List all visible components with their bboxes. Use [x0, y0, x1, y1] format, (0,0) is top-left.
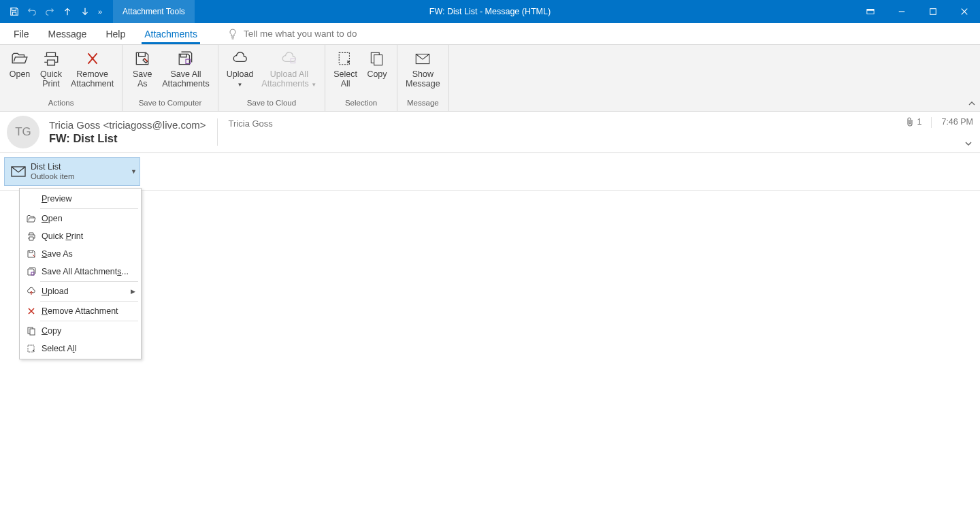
cloud-all-icon — [280, 51, 298, 66]
tab-file[interactable]: File — [4, 23, 39, 45]
select-all-icon — [337, 51, 355, 66]
copy-icon — [27, 326, 36, 336]
minimize-button[interactable] — [886, 0, 917, 23]
arrow-down-icon — [80, 7, 90, 16]
remove-attachment-button[interactable]: Remove Attachment — [67, 48, 118, 91]
ribbon-group-message: Show Message Message — [397, 45, 449, 111]
menu-save-as[interactable]: Save As — [20, 245, 141, 263]
save-all-icon — [177, 51, 195, 66]
to-field: Tricia Goss — [229, 118, 273, 148]
tell-me-search[interactable]: Tell me what you want to do — [227, 29, 357, 39]
menu-select-all[interactable]: Select All — [20, 340, 141, 357]
save-all-attachments-button[interactable]: Save All Attachments — [158, 48, 213, 91]
copy-icon — [368, 51, 386, 66]
attachment-chip[interactable]: Dist List Outlook item ▼ — [4, 157, 140, 186]
minimize-icon — [898, 7, 906, 16]
copy-button[interactable]: Copy — [361, 48, 393, 80]
menu-open[interactable]: Open — [20, 210, 141, 227]
select-all-button[interactable]: Select All — [329, 48, 361, 91]
envelope-icon — [9, 166, 28, 177]
save-as-icon — [27, 249, 36, 259]
undo-icon — [27, 7, 37, 16]
x-icon — [84, 51, 101, 66]
ribbon-group-save-cloud: Upload▼ Upload All Attachments ▼ Save to… — [218, 45, 326, 111]
menu-remove-attachment[interactable]: Remove Attachment — [20, 302, 141, 320]
tab-attachments[interactable]: Attachments — [135, 23, 207, 45]
attachment-indicator: 1 — [906, 117, 921, 127]
svg-rect-11 — [31, 272, 34, 275]
menu-copy[interactable]: Copy — [20, 322, 141, 340]
close-icon — [960, 7, 968, 16]
upload-all-attachments-button: Upload All Attachments ▼ — [257, 48, 321, 91]
save-all-icon — [27, 267, 36, 276]
ribbon-tabs: File Message Help Attachments Tell me wh… — [0, 23, 980, 45]
chevron-up-icon — [968, 99, 976, 108]
tab-message[interactable]: Message — [39, 23, 97, 45]
menu-upload[interactable]: Upload ▶ — [20, 283, 141, 300]
cloud-icon — [231, 51, 249, 66]
menu-quick-print[interactable]: Quick Print — [20, 227, 141, 245]
lightbulb-icon — [227, 29, 238, 39]
close-button[interactable] — [949, 0, 980, 23]
qat-more-button[interactable]: » — [94, 0, 106, 23]
ribbon: Open Quick Print Remove Attachment Actio… — [0, 45, 980, 112]
down-arrow-button[interactable] — [76, 0, 94, 23]
tab-help[interactable]: Help — [96, 23, 135, 45]
save-icon — [10, 7, 19, 16]
from-field: Tricia Goss <triciagoss@live.com> — [49, 119, 206, 131]
message-header: TG Tricia Goss <triciagoss@live.com> FW:… — [0, 112, 980, 153]
svg-rect-3 — [930, 9, 936, 15]
chevron-down-icon — [964, 140, 973, 148]
quick-access-toolbar: » — [0, 0, 106, 23]
message-time: 7:46 PM — [941, 117, 973, 127]
folder-open-icon — [27, 214, 36, 223]
subject-field: FW: Dist List — [49, 132, 206, 145]
paperclip-icon — [906, 117, 914, 127]
attachment-area: Dist List Outlook item ▼ — [0, 153, 980, 191]
menu-save-all-attachments[interactable]: Save All Attachments... — [20, 263, 141, 280]
attachment-dropdown-button[interactable]: ▼ — [131, 168, 137, 175]
menu-preview[interactable]: Preview — [20, 190, 141, 208]
group-label-save-cloud: Save to Cloud — [218, 99, 325, 111]
maximize-icon — [929, 7, 937, 16]
tell-me-label: Tell me what you want to do — [244, 29, 357, 39]
save-as-icon — [133, 51, 151, 66]
svg-rect-1 — [867, 10, 874, 11]
window-title: FW: Dist List - Message (HTML) — [429, 0, 551, 23]
cloud-upload-icon — [27, 287, 36, 296]
open-button[interactable]: Open — [4, 48, 35, 80]
upload-button[interactable]: Upload▼ — [223, 48, 258, 91]
svg-rect-13 — [30, 329, 35, 335]
attachment-type: Outlook item — [31, 172, 75, 182]
group-label-message: Message — [397, 99, 448, 111]
show-message-button[interactable]: Show Message — [402, 48, 444, 91]
printer-icon — [27, 231, 36, 241]
sender-avatar: TG — [7, 116, 39, 148]
save-as-button[interactable]: Save As — [127, 48, 158, 91]
envelope-icon — [414, 51, 431, 66]
collapse-ribbon-button[interactable] — [968, 99, 976, 110]
ribbon-group-selection: Select All Copy Selection — [325, 45, 397, 111]
printer-icon — [42, 51, 60, 66]
title-bar: » Attachment Tools FW: Dist List - Messa… — [0, 0, 980, 23]
redo-button[interactable] — [41, 0, 59, 23]
select-all-icon — [27, 344, 36, 353]
contextual-tab-attachment-tools[interactable]: Attachment Tools — [113, 0, 195, 23]
x-icon — [27, 306, 36, 316]
window-controls — [855, 0, 980, 23]
up-arrow-button[interactable] — [59, 0, 76, 23]
arrow-up-icon — [63, 7, 72, 16]
group-label-actions: Actions — [0, 99, 122, 111]
quick-print-button[interactable]: Quick Print — [35, 48, 67, 91]
expand-header-button[interactable] — [964, 140, 973, 150]
submenu-arrow-icon: ▶ — [131, 288, 135, 295]
ribbon-display-icon — [866, 7, 875, 16]
svg-rect-8 — [374, 55, 382, 65]
folder-open-icon — [11, 51, 29, 66]
group-label-save-computer: Save to Computer — [122, 99, 217, 111]
maximize-button[interactable] — [917, 0, 949, 23]
attachment-context-menu: Preview Open Quick Print Save As Save Al… — [19, 188, 142, 359]
save-icon-button[interactable] — [5, 0, 23, 23]
ribbon-display-button[interactable] — [855, 0, 886, 23]
undo-button[interactable] — [23, 0, 41, 23]
